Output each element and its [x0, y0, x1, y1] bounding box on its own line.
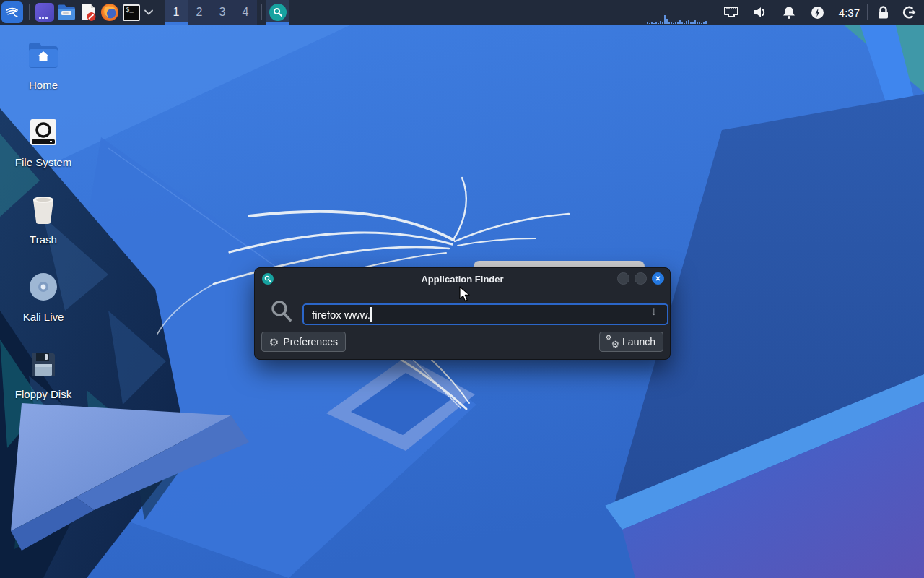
- kali-menu-icon: [1, 1, 23, 23]
- panel-separator: [29, 4, 30, 20]
- desktop-icon-label: Floppy Disk: [3, 388, 84, 400]
- minimize-button[interactable]: [617, 272, 629, 285]
- search-icon: [269, 299, 294, 327]
- power-manager-icon: [811, 6, 824, 20]
- workspace-2[interactable]: 2: [188, 0, 211, 25]
- kali-menu-button[interactable]: [0, 0, 25, 25]
- maximize-button[interactable]: [635, 272, 647, 285]
- workspace-4[interactable]: 4: [234, 0, 257, 25]
- desktop-icon-label: Kali Live: [3, 311, 84, 323]
- desktop-icon-filesystem[interactable]: File System: [3, 115, 84, 168]
- chevron-down-icon: [144, 9, 153, 15]
- panel-separator: [261, 4, 262, 20]
- text-editor-icon: [79, 3, 97, 22]
- desktop-icon-trash[interactable]: Trash: [3, 192, 84, 246]
- mouse-cursor: [459, 286, 471, 303]
- gear-icon: ⚙: [269, 337, 279, 348]
- logout-button[interactable]: [898, 1, 920, 23]
- workspace-1[interactable]: 1: [165, 0, 188, 25]
- logout-icon: [902, 5, 916, 20]
- volume-icon: [753, 6, 767, 19]
- launch-button[interactable]: ⚙ ⚙ Launch: [599, 332, 663, 352]
- desktop-icon-label: Home: [3, 79, 84, 91]
- search-input[interactable]: [302, 303, 668, 325]
- desktop-icon-label: File System: [3, 156, 84, 168]
- tray-volume[interactable]: [749, 1, 771, 23]
- desktop-icon-floppy[interactable]: Floppy Disk: [3, 347, 84, 400]
- text-caret: [370, 307, 372, 322]
- combo-dropdown-arrow[interactable]: ↓: [651, 305, 658, 317]
- workspace-3[interactable]: 3: [211, 0, 234, 25]
- launcher-text-editor[interactable]: [77, 1, 99, 23]
- preferences-label: Preferences: [283, 336, 337, 348]
- desktop-icon-kali-live[interactable]: Kali Live: [3, 269, 84, 323]
- panel-separator: [867, 4, 868, 20]
- trash-icon: [3, 192, 84, 227]
- launcher-terminal[interactable]: $_: [121, 1, 142, 23]
- preferences-button[interactable]: ⚙ Preferences: [261, 332, 346, 352]
- tray-notifications[interactable]: [778, 1, 800, 23]
- launch-gears-icon: ⚙ ⚙: [607, 337, 618, 348]
- firefox-icon: [100, 3, 119, 22]
- launcher-firefox[interactable]: [99, 1, 121, 23]
- clock[interactable]: 4:37: [836, 7, 863, 19]
- desktop-icon-home[interactable]: Home: [3, 38, 84, 91]
- ethernet-icon: [723, 6, 739, 19]
- filesystem-drive-icon: [3, 115, 84, 150]
- file-manager-icon: [57, 4, 76, 21]
- panel-separator: [160, 4, 160, 20]
- tray-network[interactable]: [720, 1, 742, 23]
- tray-power-manager[interactable]: [807, 1, 829, 23]
- lock-icon: [877, 6, 889, 20]
- floppy-icon: [3, 347, 84, 381]
- window-title: Application Finder: [255, 274, 670, 285]
- launcher-purple-app[interactable]: [34, 1, 56, 23]
- lock-screen-button[interactable]: [872, 1, 894, 23]
- launcher-file-manager[interactable]: [56, 1, 77, 23]
- application-finder-window: Application Finder ✕ ↓ ⚙ Preferences ⚙ ⚙: [254, 267, 671, 360]
- top-panel: $_ 1 2 3 4: [0, 0, 924, 25]
- network-activity-graph[interactable]: [647, 0, 713, 25]
- launcher-dropdown[interactable]: [142, 1, 155, 23]
- disc-icon: [3, 269, 84, 304]
- purple-app-icon: [35, 3, 54, 22]
- taskbar-application-finder[interactable]: [266, 0, 289, 25]
- close-button[interactable]: ✕: [652, 272, 664, 285]
- launch-label: Launch: [622, 336, 655, 348]
- application-finder-icon: [269, 4, 287, 21]
- desktop-icon-label: Trash: [3, 233, 84, 246]
- notifications-bell-icon: [783, 6, 796, 20]
- home-folder-icon: [3, 38, 84, 72]
- terminal-icon: $_: [123, 4, 140, 21]
